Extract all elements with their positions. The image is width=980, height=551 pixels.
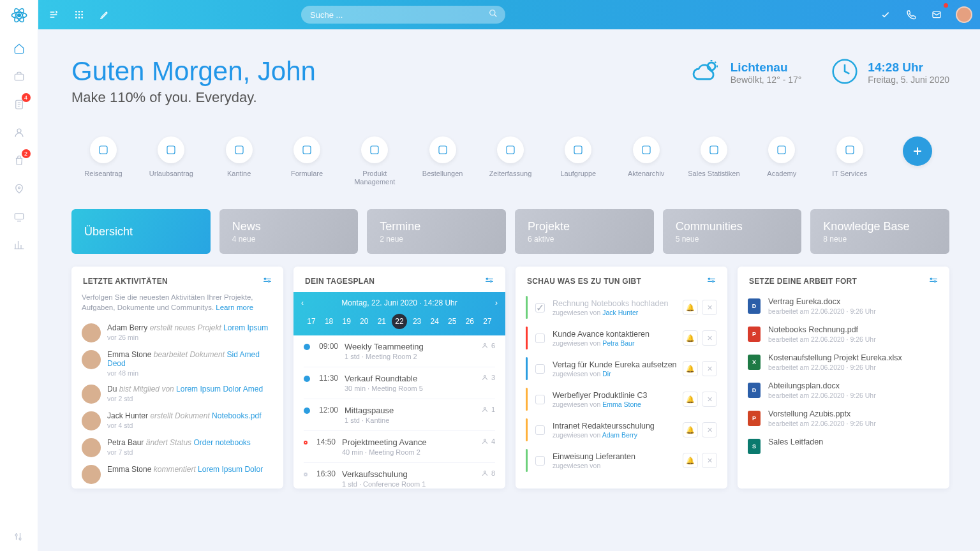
close-icon[interactable]: ✕ — [702, 422, 717, 437]
calendar-day[interactable]: 27 — [480, 314, 495, 329]
bell-icon[interactable]: 🔔 — [683, 361, 698, 376]
main-content: Guten Morgen, John Make 110% of you. Eve… — [38, 29, 980, 551]
tab-projekte[interactable]: Projekte6 aktive — [515, 209, 654, 254]
tab-termine[interactable]: Termine2 neue — [367, 209, 506, 254]
calendar-day[interactable]: 23 — [410, 314, 425, 329]
edit-icon[interactable] — [94, 4, 115, 25]
shortcut-laufgruppe[interactable]: Laufgruppe — [546, 136, 610, 186]
activity-item[interactable]: Petra Baur ändert Status Order notebooks… — [82, 434, 273, 461]
nav-settings[interactable] — [6, 524, 32, 550]
svg-point-15 — [78, 14, 80, 16]
calendar-day[interactable]: 26 — [462, 314, 477, 329]
bell-icon[interactable]: 🔔 — [683, 453, 698, 468]
shortcut-label: Academy — [767, 170, 796, 178]
calendar-day[interactable]: 24 — [427, 314, 442, 329]
activity-item[interactable]: Adam Berry erstellt neues Projekt Lorem … — [82, 320, 273, 346]
calendar-day[interactable]: 22 — [392, 314, 407, 329]
settings-icon[interactable] — [263, 276, 272, 287]
settings-icon[interactable] — [707, 276, 716, 287]
nav-shop[interactable]: 2 — [6, 148, 32, 173]
nav-display[interactable] — [6, 204, 32, 230]
close-icon[interactable]: ✕ — [702, 392, 717, 407]
nav-location[interactable] — [6, 176, 32, 202]
clock-icon — [831, 57, 859, 88]
task-checkbox[interactable] — [535, 395, 545, 404]
nav-stats[interactable] — [6, 232, 32, 258]
hint-text: Verfolgen Sie die neuesten Aktivitäten I… — [82, 292, 273, 312]
bell-icon[interactable]: 🔔 — [683, 300, 698, 315]
shortcut-it-services[interactable]: IT Services — [818, 136, 882, 186]
tab-title: Projekte — [528, 220, 641, 233]
shortcut-kantine[interactable]: Kantine — [207, 136, 271, 186]
shortcut-urlaubsantrag[interactable]: Urlaubsantrag — [139, 136, 203, 186]
calendar-day[interactable]: 25 — [445, 314, 460, 329]
mail-icon[interactable] — [926, 4, 947, 25]
shortcut-academy[interactable]: Academy — [750, 136, 813, 186]
prev-day-icon[interactable]: ‹ — [301, 298, 304, 307]
bell-icon[interactable]: 🔔 — [683, 422, 698, 437]
tab-knowledge-base[interactable]: Knowledge Base8 neue — [810, 209, 949, 254]
shortcut-bestellungen[interactable]: Bestellungen — [411, 136, 475, 186]
task-checkbox[interactable] — [535, 334, 545, 343]
shortcut-reiseantrag[interactable]: Reiseantrag — [71, 136, 135, 186]
doc-item[interactable]: DAbteilungsplan.docxbearbeitet am 22.06.… — [748, 376, 939, 404]
calendar-day[interactable]: 20 — [357, 314, 372, 329]
shortcut-label: Produkt Management — [343, 170, 406, 186]
task-checkbox[interactable] — [535, 364, 545, 374]
shortcut-formulare[interactable]: Formulare — [275, 136, 339, 186]
shortcut-sales-statistiken[interactable]: Sales Statistiken — [682, 136, 746, 186]
learn-more-link[interactable]: Learn more — [216, 304, 253, 311]
calendar-day[interactable]: 18 — [322, 314, 337, 329]
nav-docs[interactable]: 4 — [6, 92, 32, 117]
nav-briefcase[interactable] — [6, 64, 32, 89]
activity-item[interactable]: Emma Stone bearbeitet Dokument Sid Amed … — [82, 346, 273, 381]
shortcut-zeiterfassung[interactable]: Zeiterfassung — [479, 136, 542, 186]
settings-icon[interactable] — [929, 276, 938, 287]
shortcut-icon — [158, 136, 184, 163]
activity-item[interactable]: Jack Hunter erstellt Dokument Notebooks.… — [82, 408, 273, 434]
event-item[interactable]: 12:00Mittagspause1 std · Kantine1 — [304, 399, 495, 431]
shortcut-produkt-management[interactable]: Produkt Management — [343, 136, 406, 186]
activity-item[interactable]: Emma Stone kommentiert Lorem Ipsum Dolor — [82, 461, 273, 488]
doc-item[interactable]: SSales Leitfaden — [748, 432, 939, 459]
doc-item[interactable]: XKostenaufstellung Projekt Eureka.xlsxbe… — [748, 348, 939, 376]
apps-icon[interactable] — [69, 4, 89, 25]
task-checkbox[interactable] — [535, 425, 545, 435]
phone-icon[interactable] — [901, 4, 921, 25]
close-icon[interactable]: ✕ — [702, 361, 717, 376]
calendar-day[interactable]: 19 — [339, 314, 354, 329]
tab-übersicht[interactable]: Übersicht — [71, 209, 211, 254]
svg-point-37 — [268, 281, 269, 283]
calendar-day[interactable]: 17 — [304, 314, 319, 329]
activity-item[interactable]: Du bist Mitglied von Lorem Ipsum Dolor A… — [82, 381, 273, 408]
close-icon[interactable]: ✕ — [702, 300, 717, 315]
settings-icon[interactable] — [485, 276, 494, 287]
event-item[interactable]: 09:00Weekly Teammeeting1 std · Meeting R… — [304, 335, 495, 367]
tab-communities[interactable]: Communities5 neue — [663, 209, 802, 254]
tab-news[interactable]: News4 neue — [219, 209, 359, 254]
close-icon[interactable]: ✕ — [702, 330, 717, 346]
calendar-day[interactable]: 21 — [374, 314, 389, 329]
next-day-icon[interactable]: › — [495, 298, 498, 307]
task-checkbox[interactable]: ✓ — [535, 303, 545, 312]
doc-item[interactable]: PVorstellung Azubis.pptxbearbeitet am 22… — [748, 404, 939, 432]
close-icon[interactable]: ✕ — [702, 453, 717, 468]
check-icon[interactable] — [875, 4, 896, 25]
doc-item[interactable]: PNotebooks Rechnung.pdfbearbeitet am 22.… — [748, 320, 939, 348]
shortcut-add[interactable] — [886, 136, 949, 186]
user-avatar[interactable] — [956, 6, 972, 23]
event-item[interactable]: 11:30Verkauf Roundtable30 min · Meeting … — [304, 367, 495, 399]
search-input[interactable] — [310, 10, 496, 20]
doc-item[interactable]: DVertrag Eureka.docxbearbeitet am 22.06.… — [748, 292, 939, 320]
search-bar[interactable] — [301, 6, 505, 24]
task-checkbox[interactable] — [535, 456, 545, 466]
svg-point-0 — [17, 14, 20, 17]
nav-profile[interactable] — [6, 120, 32, 145]
bell-icon[interactable]: 🔔 — [683, 330, 698, 346]
menu-toggle-icon[interactable] — [43, 4, 64, 25]
nav-home[interactable] — [6, 36, 32, 61]
event-item[interactable]: 16:30Verkaufsschulung1 std · Conference … — [304, 463, 495, 489]
shortcut-aktenarchiv[interactable]: Aktenarchiv — [614, 136, 678, 186]
event-item[interactable]: 14:50Projektmeeting Avance40 min · Meeti… — [304, 431, 495, 463]
bell-icon[interactable]: 🔔 — [683, 392, 698, 407]
